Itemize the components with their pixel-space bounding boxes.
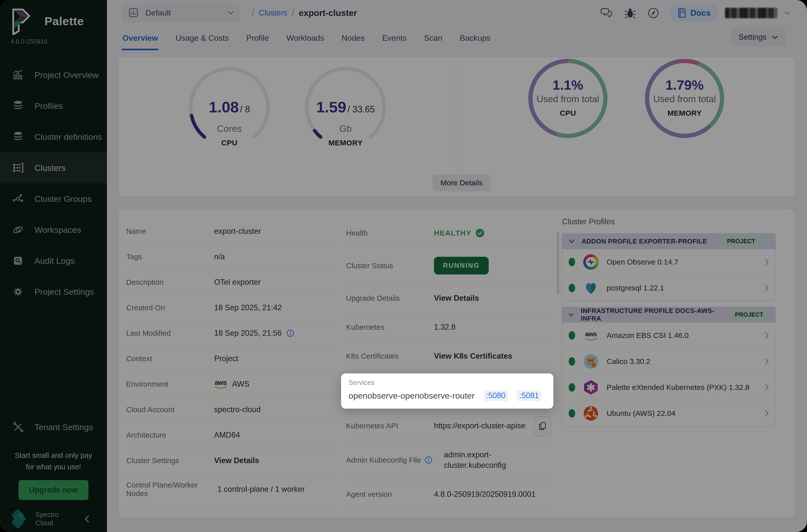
tab-nodes[interactable]: Nodes	[341, 26, 365, 50]
more-details-button[interactable]: More Details	[432, 174, 490, 191]
layers-icon	[12, 130, 27, 144]
chevron-right-icon	[764, 284, 769, 292]
chevron-right-icon	[764, 357, 769, 365]
memory-donut-caption: Used from total	[642, 94, 727, 104]
tab-usage-costs[interactable]: Usage & Costs	[175, 26, 229, 50]
tab-workloads[interactable]: Workloads	[286, 26, 324, 50]
addon-profile-header[interactable]: ADDON PROFILE EXPORTER-PROFILE PROJECT	[562, 233, 776, 249]
sidebar-item-project-settings[interactable]: Project Settings	[0, 276, 107, 307]
top-bar: Default / Clusters / export-cluster	[107, 0, 807, 26]
chevron-down-icon	[771, 35, 778, 40]
sidebar-item-audit-logs[interactable]: Audit Logs	[0, 245, 107, 276]
detail-row-created-on: Created On 18 Sep 2025, 21:42	[126, 295, 336, 321]
info-icon[interactable]	[286, 329, 294, 337]
top-right-icons: Docs	[589, 0, 790, 26]
gear-icon	[12, 285, 27, 299]
server-icon	[12, 161, 27, 175]
copy-icon[interactable]	[534, 417, 551, 436]
cpu-percent: 1.1%	[525, 77, 611, 93]
detail-row-nodes: Control Plane/Worker Nodes 1 control-pla…	[126, 474, 336, 506]
service-port-5080-link[interactable]: :5080	[484, 390, 508, 401]
sidebar-item-cluster-groups[interactable]: Cluster Groups	[0, 183, 107, 214]
chevron-down-icon[interactable]	[784, 11, 790, 15]
profile-item-pxk[interactable]: Palette eXtended Kubernetes (PXK) 1.32.8	[562, 375, 775, 401]
cpu-used-value: 1.08	[209, 98, 239, 116]
chevron-down-icon	[568, 312, 574, 317]
sidebar-item-profiles[interactable]: Profiles	[0, 90, 107, 121]
detail-row-upgrade-details: Upgrade Details View Details	[346, 284, 553, 313]
detail-row-agent-version: Agent version 4.8.0-250919/20250919.0001	[346, 480, 553, 509]
tab-events[interactable]: Events	[382, 26, 407, 50]
view-k8s-certificates-link[interactable]: View K8s Certificates	[434, 352, 512, 361]
tab-backups[interactable]: Backups	[459, 26, 491, 50]
kubeconfig-download-link[interactable]: admin.export- cluster.kubeconfig	[444, 450, 506, 471]
detail-row-cloud-account: Cloud Account spectro-cloud	[126, 397, 336, 423]
detail-row-context: Context Project	[126, 346, 336, 372]
status-dot	[569, 258, 575, 266]
feedback-chat-icon[interactable]	[600, 7, 613, 19]
docs-button[interactable]: Docs	[671, 5, 717, 21]
bug-report-icon[interactable]	[624, 7, 636, 19]
palette-logo-icon	[10, 7, 33, 35]
detail-row-kubernetes-api: Kubernetes API https://export-cluster-ap…	[346, 412, 553, 441]
cluster-profiles-title: Cluster Profiles	[562, 217, 776, 226]
chevron-down-icon	[227, 10, 234, 15]
user-name-redacted[interactable]	[725, 8, 777, 18]
info-icon[interactable]	[425, 456, 432, 464]
ubuntu-logo	[583, 406, 599, 421]
profile-item-postgresql[interactable]: postgresql 1.22.1	[562, 275, 775, 301]
upgrade-now-button[interactable]: Upgrade now	[18, 480, 89, 500]
project-dropdown-value: Default	[145, 8, 171, 18]
audit-log-icon	[12, 254, 27, 268]
scrollbar-thumb[interactable]	[557, 232, 559, 294]
sidebar-item-tenant-settings[interactable]: Tenant Settings	[0, 412, 107, 442]
detail-row-description: Description OTel exporter	[126, 270, 336, 295]
cpu-total-value: / 8	[240, 104, 250, 114]
cluster-details-card: Name export-cluster Tags n/a Description…	[119, 210, 794, 517]
cpu-donut-caption: Used from total	[525, 94, 611, 104]
sidebar: Palette 4.8.0-250916 Project Overview	[0, 0, 107, 532]
project-scope-dropdown[interactable]: Default	[122, 3, 241, 22]
tab-profile[interactable]: Profile	[246, 26, 269, 50]
service-port-5081-link[interactable]: :5081	[517, 390, 541, 401]
settings-button[interactable]: Settings	[731, 28, 786, 46]
detail-row-name: Name export-cluster	[126, 219, 336, 244]
sidebar-tenant: Tenant Settings	[0, 412, 107, 442]
detail-row-cluster-settings: Cluster Settings View Details	[126, 448, 336, 474]
pxk-logo	[583, 380, 599, 395]
status-dot	[569, 331, 575, 340]
chevron-right-icon	[764, 383, 769, 392]
book-icon	[677, 8, 686, 18]
breadcrumb-clusters-link[interactable]: Clusters	[259, 8, 287, 18]
detail-row-kubernetes: Kubernetes 1.32.8	[346, 313, 553, 342]
app-window: Palette 4.8.0-250916 Project Overview	[0, 0, 807, 532]
sidebar-footer: Spectro Cloud	[0, 506, 107, 532]
cluster-settings-view-details-link[interactable]: View Details	[214, 456, 259, 465]
services-row-highlighted: Services openobserve-openobserve-router …	[341, 374, 553, 408]
sidebar-item-cluster-definitions[interactable]: Cluster definitions	[0, 121, 107, 152]
profile-item-amazon-ebs-csi[interactable]: aws Amazon EBS CSI 1.46.0	[562, 323, 775, 349]
sidebar-item-clusters[interactable]: Clusters	[0, 152, 107, 183]
layers-icon	[12, 99, 27, 113]
detail-row-architecture: Architecture AMD64	[126, 423, 336, 448]
profile-item-calico[interactable]: Calico 3.30.2	[562, 349, 775, 375]
tab-overview[interactable]: Overview	[122, 26, 158, 50]
sidebar-collapse-icon[interactable]	[83, 514, 91, 524]
chevron-right-icon	[764, 258, 769, 266]
detail-row-admin-kubeconfig: Admin Kubeconfig File admin.export- clus…	[346, 441, 553, 480]
kubernetes-api-url: https://export-cluster-apiser...	[434, 421, 526, 430]
upgrade-view-details-link[interactable]: View Details	[434, 294, 479, 303]
infrastructure-profile-header[interactable]: INFRASTRUCTURE PROFILE DOCS-AWS-INFRA PR…	[562, 307, 776, 323]
chevron-down-icon	[568, 239, 575, 244]
project-badge: PROJECT	[721, 235, 761, 247]
profile-item-open-observe[interactable]: Open Observe 0.14.7	[562, 249, 775, 275]
detail-row-last-modified: Last Modified 18 Sep 2025, 21:56	[126, 321, 336, 346]
breadcrumb: / Clusters / export-cluster	[252, 0, 357, 26]
aws-icon: aws	[583, 328, 599, 343]
profile-item-ubuntu[interactable]: Ubuntu (AWS) 22.04	[562, 401, 775, 426]
app-version: 4.8.0-250916	[11, 38, 47, 45]
tab-scan[interactable]: Scan	[424, 26, 443, 50]
compass-icon[interactable]	[648, 7, 659, 19]
sidebar-item-workspaces[interactable]: Workspaces	[0, 214, 107, 245]
sidebar-item-project-overview[interactable]: Project Overview	[0, 59, 107, 90]
